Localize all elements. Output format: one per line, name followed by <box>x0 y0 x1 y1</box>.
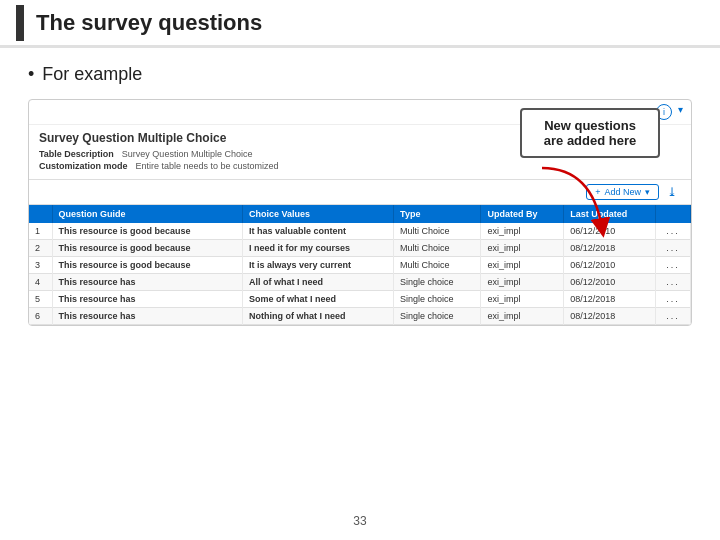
col-num <box>29 205 52 223</box>
bullet-text: For example <box>42 64 142 85</box>
cell-last-updated: 06/12/2010 <box>564 257 656 274</box>
cell-type: Multi Choice <box>394 240 481 257</box>
cell-updated-by: exi_impl <box>481 257 564 274</box>
cell-updated-by: exi_impl <box>481 240 564 257</box>
meta-value-1: Survey Question Multiple Choice <box>122 149 253 159</box>
bullet-icon: • <box>28 64 34 85</box>
col-actions <box>656 205 691 223</box>
table-row: 5 This resource has Some of what I need … <box>29 291 691 308</box>
cell-last-updated: 08/12/2018 <box>564 240 656 257</box>
cell-updated-by: exi_impl <box>481 308 564 325</box>
col-question: Question Guide <box>52 205 242 223</box>
cell-updated-by: exi_impl <box>481 291 564 308</box>
meta-label-1: Table Description <box>39 149 114 159</box>
cell-choice: All of what I need <box>242 274 393 291</box>
table-row: 4 This resource has All of what I need S… <box>29 274 691 291</box>
table-row: 2 This resource is good because I need i… <box>29 240 691 257</box>
table-row: 3 This resource is good because It is al… <box>29 257 691 274</box>
cell-actions[interactable]: ... <box>656 240 691 257</box>
page-footer: 33 <box>353 514 366 528</box>
add-new-chevron: ▾ <box>645 187 650 197</box>
callout-text: New questions are added here <box>544 118 637 148</box>
col-type: Type <box>394 205 481 223</box>
cell-actions[interactable]: ... <box>656 291 691 308</box>
cell-num: 4 <box>29 274 52 291</box>
cell-num: 5 <box>29 291 52 308</box>
page-header: The survey questions <box>0 0 720 48</box>
cell-type: Multi Choice <box>394 223 481 240</box>
cell-type: Single choice <box>394 308 481 325</box>
cell-question: This resource is good because <box>52 257 242 274</box>
cell-question: This resource has <box>52 291 242 308</box>
table-row: 6 This resource has Nothing of what I ne… <box>29 308 691 325</box>
cell-num: 2 <box>29 240 52 257</box>
cell-type: Single choice <box>394 291 481 308</box>
main-content: • For example New questions are added he… <box>0 48 720 342</box>
meta-label-2: Customization mode <box>39 161 128 171</box>
export-icon[interactable]: ⤓ <box>667 185 681 199</box>
callout-box: New questions are added here <box>520 108 660 158</box>
cell-actions[interactable]: ... <box>656 274 691 291</box>
cell-num: 1 <box>29 223 52 240</box>
cell-num: 6 <box>29 308 52 325</box>
cell-updated-by: exi_impl <box>481 274 564 291</box>
cell-choice: Nothing of what I need <box>242 308 393 325</box>
cell-choice: Some of what I need <box>242 291 393 308</box>
cell-last-updated: 06/12/2010 <box>564 274 656 291</box>
chevron-down-icon[interactable]: ▾ <box>678 104 683 120</box>
cell-actions[interactable]: ... <box>656 308 691 325</box>
callout-arrow <box>532 158 612 238</box>
cell-choice: It is always very current <box>242 257 393 274</box>
page-number: 33 <box>353 514 366 528</box>
cell-question: This resource has <box>52 308 242 325</box>
cell-question: This resource is good because <box>52 240 242 257</box>
cell-choice: It has valuable content <box>242 223 393 240</box>
cell-question: This resource has <box>52 274 242 291</box>
cell-actions[interactable]: ... <box>656 257 691 274</box>
cell-last-updated: 08/12/2018 <box>564 308 656 325</box>
cell-choice: I need it for my courses <box>242 240 393 257</box>
cell-question: This resource is good because <box>52 223 242 240</box>
cell-num: 3 <box>29 257 52 274</box>
cell-last-updated: 08/12/2018 <box>564 291 656 308</box>
page-title: The survey questions <box>36 10 262 36</box>
table-body: 1 This resource is good because It has v… <box>29 223 691 325</box>
bullet-point: • For example <box>28 64 692 85</box>
cell-type: Single choice <box>394 274 481 291</box>
meta-value-2: Entire table needs to be customized <box>136 161 279 171</box>
cell-actions[interactable]: ... <box>656 223 691 240</box>
cell-type: Multi Choice <box>394 257 481 274</box>
col-choice: Choice Values <box>242 205 393 223</box>
header-accent-bar <box>16 5 24 41</box>
